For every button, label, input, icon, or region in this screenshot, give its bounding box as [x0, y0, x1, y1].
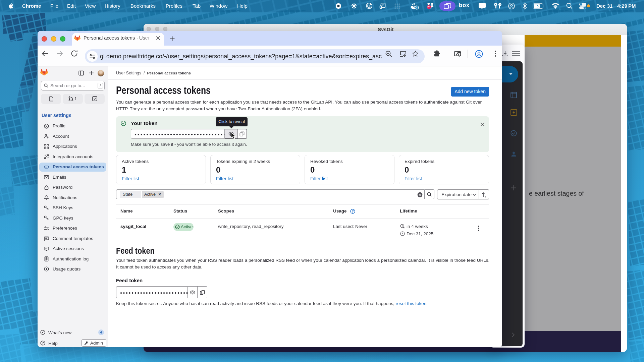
svg-text:21: 21: [427, 5, 431, 9]
